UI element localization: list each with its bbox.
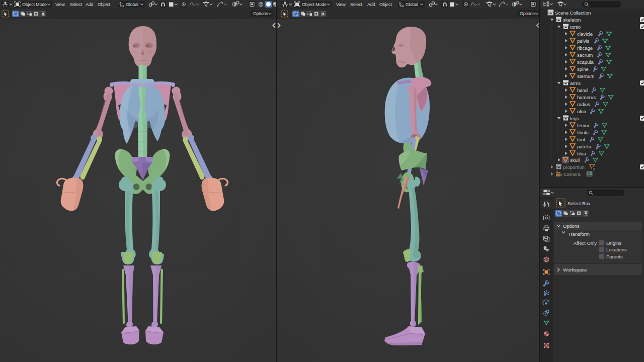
svg-text:ribcage: ribcage <box>577 45 593 51</box>
svg-text:arms: arms <box>570 80 581 86</box>
svg-text:ulna: ulna <box>577 109 587 114</box>
svg-text:skull: skull <box>570 157 580 163</box>
svg-text:foot: foot <box>577 137 585 142</box>
svg-text:Options: Options <box>253 11 268 16</box>
svg-text:hand: hand <box>577 87 588 93</box>
svg-text:Object: Object <box>379 2 392 7</box>
svg-text:radius: radius <box>577 102 590 107</box>
svg-text:Select: Select <box>350 2 363 7</box>
svg-text:scapula: scapula <box>577 59 594 65</box>
svg-text:sternum: sternum <box>577 73 594 79</box>
svg-text:Options: Options <box>563 223 580 229</box>
svg-text:Object: Object <box>98 2 111 7</box>
svg-text:Select Box: Select Box <box>568 201 591 206</box>
svg-text:Locations: Locations <box>606 247 627 252</box>
svg-text:patella: patella <box>577 144 592 149</box>
svg-text:fibula: fibula <box>577 130 589 135</box>
svg-text:Object Mode: Object Mode <box>302 2 327 7</box>
svg-text:proportion: proportion <box>563 164 585 170</box>
svg-text:Add: Add <box>86 2 94 7</box>
svg-text:Scene Collection: Scene Collection <box>555 10 591 16</box>
svg-text:Global: Global <box>126 2 138 7</box>
svg-text:legs: legs <box>570 116 579 121</box>
svg-text:skeleton: skeleton <box>563 17 581 23</box>
svg-text:Affect Only: Affect Only <box>574 240 597 246</box>
svg-text:View: View <box>55 2 65 7</box>
svg-text:Camera: Camera <box>564 171 581 177</box>
svg-text:pelvis: pelvis <box>577 38 590 44</box>
svg-text:femur: femur <box>577 123 589 128</box>
svg-text:2: 2 <box>593 167 595 171</box>
svg-text:Transform: Transform <box>568 231 590 237</box>
svg-text:torso: torso <box>570 24 581 30</box>
svg-text:Object Mode: Object Mode <box>22 2 47 7</box>
svg-text:humerus: humerus <box>577 95 596 100</box>
svg-text:spine: spine <box>577 66 589 72</box>
svg-text:Parents: Parents <box>606 254 623 259</box>
svg-text:sacrum: sacrum <box>577 52 593 58</box>
svg-text:clavicle: clavicle <box>577 31 593 37</box>
svg-text:Workspace: Workspace <box>563 267 587 273</box>
svg-text:Select: Select <box>70 2 83 7</box>
svg-text:Origins: Origins <box>606 240 621 246</box>
svg-text:View: View <box>336 2 346 7</box>
svg-text:Global: Global <box>406 2 418 7</box>
svg-text:Options: Options <box>520 11 535 16</box>
svg-text:Add: Add <box>367 2 375 7</box>
svg-text:tibia: tibia <box>577 151 586 156</box>
